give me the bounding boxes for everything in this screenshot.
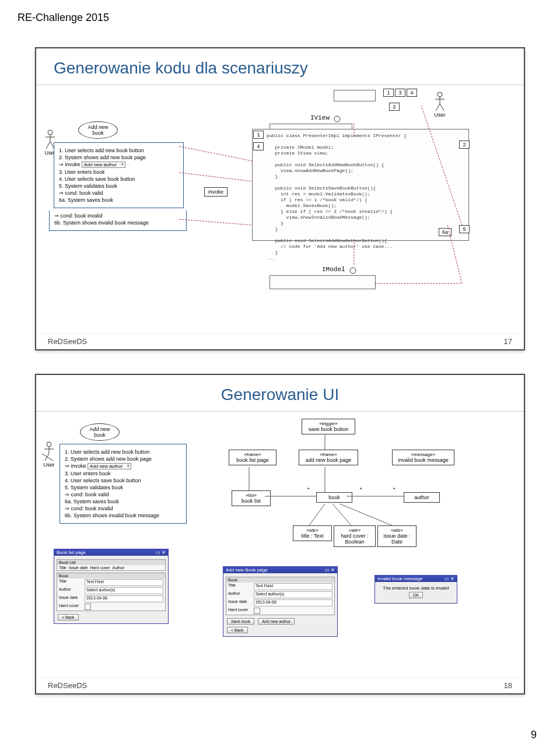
scenario-cond-valid: ⇒ cond: book valid <box>59 190 178 196</box>
mock-add-book: Add new Book page▭ ✕ Book TitleText Fiel… <box>223 566 338 637</box>
scenario-step-6a: 6a. System saves book <box>59 197 178 203</box>
usecase-18: Add new book <box>80 423 120 441</box>
uml-frame2-stereo: «frame» <box>302 452 355 457</box>
m2-back-btn[interactable]: < Back <box>227 627 248 633</box>
uml-trigger-stereo: «trigger» <box>305 421 352 426</box>
uml-author: author <box>404 492 440 503</box>
uml-list-stereo: «list» <box>235 493 267 498</box>
num-box-4-left: 4 <box>253 142 264 150</box>
num-box-5-right: 5 <box>459 225 470 233</box>
scenario-cond-invalid: ⇒ cond: book invalid <box>54 213 181 219</box>
m1-title-lbl: Title <box>59 579 82 586</box>
invoke-box: invoke <box>204 187 228 197</box>
uml-frame1-name: book list page <box>236 457 269 463</box>
window-controls-icon[interactable]: ▭ ✕ <box>325 567 335 573</box>
svg-point-20 <box>47 442 51 447</box>
window-controls-icon[interactable]: ▭ ✕ <box>444 576 454 581</box>
scenario-box-18: 1. User selects add new book button 2. S… <box>60 444 187 524</box>
uml-frame1: «frame» book list page <box>229 450 276 465</box>
m1-hard-lbl: Hard cover <box>59 604 82 610</box>
col-hard: Hard cover <box>90 566 110 570</box>
footer-left: ReDSeeDS <box>48 337 87 346</box>
svg-point-0 <box>48 130 52 135</box>
uml-book: book <box>316 492 352 503</box>
col-title: Title <box>59 566 66 570</box>
sc18-2: 2. System shows add new book page <box>65 456 181 462</box>
uml-trigger-name: save book button <box>309 426 349 432</box>
mock1-p2-head: Book <box>57 573 165 578</box>
code-block: public class PresenterImpl implements IP… <box>267 133 407 261</box>
scenario-box-main: 1. User selects add new book button 2. S… <box>54 142 184 208</box>
uml-frame2: «frame» add new book page <box>299 450 358 465</box>
mock2-title: Add new Book page <box>226 567 268 573</box>
svg-line-13 <box>179 173 252 181</box>
m2-title-field[interactable]: Text Field <box>254 583 332 590</box>
m2-head: Book <box>226 577 334 583</box>
svg-line-14 <box>179 219 252 225</box>
footer-left-18: ReDSeeDS <box>48 681 87 690</box>
scenario-invoke: ⇒ invoke <box>59 162 80 167</box>
svg-line-3 <box>46 142 50 149</box>
mock1-book-panel: Book TitleText Field AuthorSelect author… <box>57 573 166 611</box>
num-box-2t: 2 <box>389 103 400 111</box>
combo-add-author[interactable]: Add new author <box>82 162 125 168</box>
col-issue: Issue date <box>69 566 88 570</box>
uml-trigger: «trigger» save book button <box>302 419 355 434</box>
combo-18[interactable]: Add new author <box>88 463 131 469</box>
svg-line-30 <box>309 504 325 525</box>
svg-line-12 <box>179 146 252 161</box>
mock-book-list: Book list page▭ ✕ Book List Title Issue … <box>54 549 169 624</box>
m2-author-lbl: Author <box>228 591 251 598</box>
uml-frame2-name: add new book page <box>306 457 352 463</box>
m1-issue-field[interactable]: 2013-04-08 <box>85 595 163 602</box>
footer-right: 17 <box>504 337 512 346</box>
num-box-3: 3 <box>395 89 405 97</box>
m3-ok-btn[interactable]: OK <box>409 592 423 598</box>
uml-attr3-n: issue date : Date <box>383 533 410 545</box>
m1-hard-chk[interactable] <box>85 604 91 610</box>
sc18-5: 5. System validates book <box>65 485 181 490</box>
comp-small-top <box>334 90 376 101</box>
num-box-4: 4 <box>407 89 417 97</box>
slide-17-title: Generowanie kodu dla scenariuszy <box>36 48 524 85</box>
m1-back-btn[interactable]: < Back <box>58 614 79 620</box>
uml-attr2-s: «attr» <box>337 528 372 533</box>
uml-msg: «message» invalid book message <box>392 450 454 465</box>
mock2-panel: Book TitleText Field AuthorSelect author… <box>226 577 335 615</box>
sc18-4: 4. User selects save book button <box>65 478 181 483</box>
svg-point-5 <box>438 92 442 97</box>
page-header: RE-Challenge 2015 <box>0 0 560 30</box>
sc18-6b: 6b. System shows invalid book message <box>65 513 181 518</box>
uml-frame1-stereo: «frame» <box>232 452 273 457</box>
window-controls-icon[interactable]: ▭ ✕ <box>156 550 166 555</box>
uml-list: «list» book list <box>232 490 271 506</box>
uml-attr1-n: title : Text <box>302 533 324 539</box>
uml-msg-stereo: «message» <box>396 452 451 457</box>
uml-attr3: «attr» issue date : Date <box>377 525 416 547</box>
uml-attr3-s: «attr» <box>381 528 413 533</box>
actor-user-right: User <box>433 91 447 118</box>
m2-save-btn[interactable]: Save book <box>227 618 254 625</box>
imodel-label: IModel <box>322 266 345 273</box>
sc18-ci: ⇒ cond: book invalid <box>65 506 181 511</box>
m2-author-field[interactable]: Select author(s) <box>254 591 332 598</box>
uml-attr2: «attr» hard cover : Boolean <box>334 525 376 547</box>
sc18-1: 1. User selects add new book button <box>65 449 181 455</box>
m1-author-field[interactable]: Select author(s) <box>85 587 163 594</box>
m2-add-btn[interactable]: Add new author <box>258 618 295 625</box>
m2-issue-field[interactable]: 2013-04-08 <box>254 599 332 606</box>
svg-line-24 <box>42 454 53 461</box>
col-author: Author <box>113 566 125 570</box>
mult-star-1: * <box>307 486 310 492</box>
m1-title-field[interactable]: Text Field <box>85 579 163 586</box>
uml-list-name: book list <box>242 498 261 504</box>
svg-line-23 <box>45 454 49 461</box>
svg-line-9 <box>440 104 444 111</box>
m3-text: The entered book data is invalid <box>379 585 453 591</box>
mock1-booklist-panel: Book List Title Issue date Hard cover Au… <box>57 559 166 571</box>
m1-author-lbl: Author <box>59 587 82 594</box>
imodel-comp <box>270 275 376 289</box>
m2-hard-chk[interactable] <box>254 608 260 614</box>
actor-user-18: User <box>42 441 56 468</box>
svg-point-10 <box>334 116 340 122</box>
